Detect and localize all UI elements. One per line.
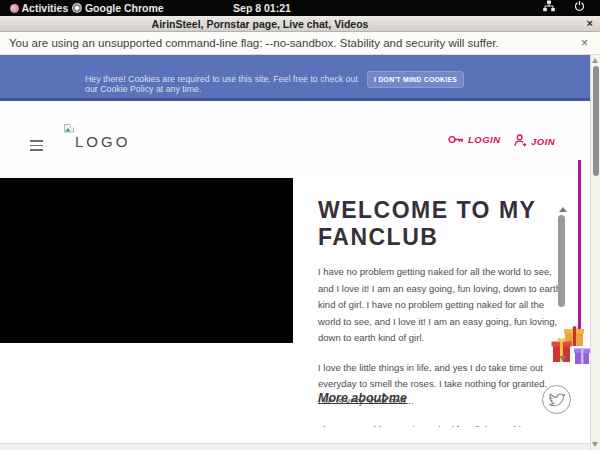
scrollbar-down-arrow-icon[interactable] xyxy=(592,442,598,447)
inner-scrollbar-down-arrow-icon[interactable] xyxy=(559,356,567,361)
login-button[interactable]: LOGIN xyxy=(448,134,501,145)
about-paragraph: I have no problem getting naked for all … xyxy=(318,264,562,347)
join-label: JOIN xyxy=(531,136,555,147)
hamburger-menu-icon[interactable] xyxy=(30,140,43,151)
chrome-icon xyxy=(72,3,82,13)
power-icon[interactable] xyxy=(574,0,585,16)
page-scrollbar[interactable] xyxy=(590,55,600,450)
scrollbar-up-arrow-icon[interactable] xyxy=(592,58,598,63)
inner-scrollbar-thumb[interactable] xyxy=(558,215,565,307)
gift-ribbon-line xyxy=(578,160,581,330)
about-paragraph-clipped: I have no problem getting naked for all … xyxy=(318,422,562,427)
chevron-right-icon xyxy=(381,392,390,404)
window-title: AirinSteel, Pornstar page, Live chat, Vi… xyxy=(0,16,520,32)
gifts-icon[interactable] xyxy=(551,325,593,369)
more-about-me-link[interactable]: More about me xyxy=(318,391,407,405)
key-icon xyxy=(448,134,464,145)
twitter-button[interactable] xyxy=(542,385,571,414)
inner-scrollbar-up-arrow-icon[interactable] xyxy=(559,207,567,212)
welcome-heading: WELCOME TO MY FANCLUB xyxy=(318,197,562,251)
app-menu-label: Google Chrome xyxy=(85,2,164,14)
infobar-message: You are using an unsupported command-lin… xyxy=(9,37,499,49)
page-bottom-edge xyxy=(0,443,590,450)
activities-label: Activities xyxy=(22,2,69,14)
logo-text: LOGO xyxy=(75,133,130,150)
cookie-banner: Hey there! Cookies are required to use t… xyxy=(0,55,590,101)
scrollbar-thumb[interactable] xyxy=(593,66,599,176)
add-user-icon xyxy=(514,134,527,147)
network-icon[interactable] xyxy=(543,0,555,16)
window-close-icon[interactable]: × xyxy=(587,16,593,31)
chrome-infobar: You are using an unsupported command-lin… xyxy=(0,32,600,55)
clock[interactable]: Sep 8 01:21 xyxy=(224,0,300,16)
broken-image-icon xyxy=(64,124,74,134)
site-logo[interactable]: LOGO xyxy=(64,124,134,154)
infobar-close-icon[interactable]: × xyxy=(581,36,588,50)
activities-button[interactable]: Activities xyxy=(10,0,68,16)
gnome-top-bar: Activities Google Chrome Sep 8 01:21 xyxy=(0,0,600,16)
login-label: LOGIN xyxy=(468,134,501,145)
activities-dot-icon xyxy=(10,4,19,13)
video-player[interactable] xyxy=(0,178,293,343)
cookie-message: Hey there! Cookies are required to use t… xyxy=(85,74,360,94)
app-menu-button[interactable]: Google Chrome xyxy=(72,0,164,16)
twitter-bird-icon xyxy=(548,392,565,407)
accept-cookies-button[interactable]: I DON'T MIND COOKIES xyxy=(367,71,464,88)
join-button[interactable]: JOIN xyxy=(514,134,555,147)
window-title-bar[interactable]: AirinSteel, Pornstar page, Live chat, Vi… xyxy=(0,16,600,32)
